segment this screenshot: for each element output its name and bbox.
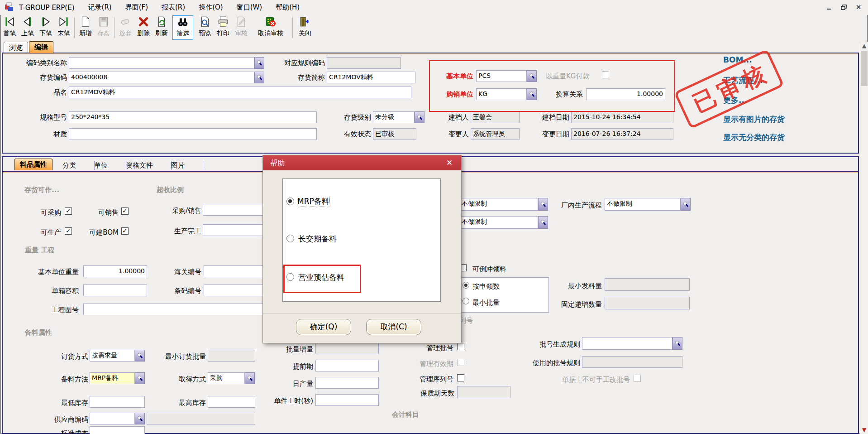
ok-button[interactable]: 确定(Q) [296, 319, 351, 335]
section-weight-engineering: 重量 工程 [25, 246, 54, 255]
std-cost-input[interactable] [90, 426, 145, 434]
toolbar-prev-button[interactable]: 上笔 [19, 16, 36, 39]
material-input[interactable] [69, 128, 317, 140]
nav-prev-icon [19, 16, 36, 29]
backflush-label: 可倒冲领料 [472, 265, 545, 274]
manage-validity-checkbox [457, 359, 464, 366]
factory-flow-input[interactable]: 不做限制 [605, 198, 681, 211]
code-category-input[interactable] [69, 57, 254, 69]
toolbar-next-button[interactable]: 下笔 [37, 16, 54, 39]
sales-forecast-prep-label[interactable]: 营业预估备料 [298, 272, 344, 283]
nav-last-icon [55, 16, 72, 29]
manage-batch-label: 管理批号 [363, 343, 453, 352]
toolbar-preview-button[interactable]: 预览 [196, 16, 214, 39]
trade-unit-label: 购销单位 [383, 90, 473, 99]
close-icon[interactable]: ✕ [853, 3, 864, 12]
nav-next-icon [37, 16, 54, 29]
toolbar-close-button[interactable]: 关闭 [295, 16, 315, 39]
batch-rule-input[interactable] [582, 337, 672, 350]
delete-x-icon [135, 16, 152, 29]
manage-serial-checkbox[interactable] [457, 374, 464, 381]
manage-batch-checkbox[interactable] [457, 343, 464, 350]
minimize-icon[interactable] [824, 3, 835, 12]
batch-increment-label: 批量增量 [223, 345, 313, 354]
conversion-label: 换算关系 [492, 90, 583, 99]
vertical-scrollbar[interactable]: ▲ ▼ [860, 42, 868, 434]
menu-item-report[interactable]: 报表(R) [162, 3, 185, 12]
spec-input[interactable]: 250*240*35 [69, 111, 317, 123]
cancel-button[interactable]: 取消(C) [366, 319, 421, 335]
scroll-down-icon[interactable]: ▼ [860, 426, 868, 434]
dialog-close-icon[interactable]: ✕ [443, 155, 456, 170]
shelf-days-input [457, 386, 510, 398]
toolbar-new-button[interactable]: 新增 [77, 16, 94, 39]
printer-icon [215, 16, 232, 29]
dialog-footer-divider [263, 313, 461, 313]
create-date-input: 2015-10-24 16:34:54 [571, 111, 673, 123]
toolbar-refresh-button[interactable]: 刷新 [153, 16, 170, 39]
toolbar-filter-button[interactable]: 筛选 [173, 16, 193, 39]
product-name-input[interactable]: CR12MOV精料 [69, 87, 411, 98]
supplier-code-label: 供应商编码 [0, 415, 88, 424]
long-cycle-prep-label[interactable]: 长交期备料 [298, 234, 337, 244]
tab-picture[interactable]: 图片 [171, 161, 203, 170]
batch-rule-lookup-button[interactable] [672, 337, 682, 350]
menu-item-operation[interactable]: 操作(O) [199, 3, 223, 12]
conversion-input[interactable]: 1.00000 [586, 88, 665, 100]
scrollbar-thumb[interactable] [861, 51, 868, 86]
factory-flow-lookup-button[interactable] [681, 198, 691, 211]
inventory-code-label: 存货编码 [0, 73, 67, 82]
menu-item-tgroup-erp[interactable]: T-GROUP ERP(E) [19, 4, 75, 12]
unit-weight-label: 基本单位重量 [0, 267, 79, 276]
box-volume-label: 单箱容积 [0, 286, 79, 295]
menu-item-help[interactable]: 帮助(H) [276, 3, 300, 12]
tab-edit[interactable]: 编辑 [29, 41, 53, 53]
toolbar-last-button[interactable]: 末笔 [55, 16, 72, 39]
sales-forecast-prep-radio[interactable] [286, 273, 294, 281]
mrp-prep-radio[interactable] [286, 198, 294, 205]
no-manual-batch-checkbox [634, 375, 641, 382]
base-unit-lookup-button[interactable] [527, 70, 537, 82]
long-cycle-prep-radio[interactable] [286, 235, 294, 242]
toolbar-first-button[interactable]: 首笔 [1, 16, 18, 39]
restriction-input-2[interactable]: 不做限制 [459, 216, 538, 229]
mrp-prep-label[interactable]: MRP备料 [297, 196, 329, 207]
restore-icon[interactable] [838, 3, 850, 12]
magnifier-icon [674, 340, 681, 347]
supplier-code-input[interactable] [90, 413, 135, 424]
lead-time-label: 提前期 [223, 362, 313, 371]
menu-item-interface[interactable]: 界面(F) [125, 3, 148, 12]
menu-item-record[interactable]: 记录(R) [88, 3, 112, 12]
magnifier-icon [540, 219, 546, 226]
fixed-increment-label: 固定递增数量 [511, 300, 602, 309]
inventory-abbr-label: 存货简称 [234, 73, 325, 82]
section-usable-as: 存货可作... [24, 186, 59, 194]
toolbar-cancel-audit-button[interactable]: 取消审核 [252, 16, 290, 39]
section-accounting: 会计科目 [392, 410, 419, 419]
min-stock-label: 最低库存 [0, 398, 88, 407]
link-show-with-images[interactable]: 显示有图片的存货 [723, 114, 785, 125]
restriction-2-lookup-button[interactable] [538, 216, 548, 229]
scroll-up-icon[interactable]: ▲ [860, 42, 868, 50]
menu-bar: T-GROUP ERP(E) 记录(R) 界面(F) 报表(R) 操作(O) 窗… [0, 0, 868, 15]
link-show-unclassified[interactable]: 显示无分类的存货 [723, 132, 785, 143]
menu-item-window[interactable]: 窗口(W) [237, 3, 262, 12]
toolbar-print-button[interactable]: 打印 [215, 16, 232, 39]
by-application-radio[interactable] [463, 282, 469, 289]
tab-accent-line [3, 53, 858, 54]
min-batch-radio[interactable] [463, 298, 469, 304]
supplier-code-lookup-button[interactable] [135, 413, 145, 424]
tab-classification[interactable]: 分类 [62, 161, 95, 170]
pay-by-kg-label: 以重量KG付款 [546, 72, 605, 81]
tab-browse[interactable]: 浏览 [4, 42, 28, 53]
toolbar-audit-button: 审核 [233, 16, 250, 39]
used-batch-rule-label: 使用的批号规则 [490, 358, 580, 367]
min-issue-label: 最小发料量 [511, 281, 602, 290]
tab-item-properties[interactable]: 料品属性 [14, 159, 52, 170]
tab-qualification[interactable]: 资格文件 [126, 161, 172, 170]
inventory-code-input[interactable]: 400400008 [69, 72, 254, 83]
base-unit-label: 基本单位 [383, 72, 473, 81]
base-unit-input[interactable]: PCS [476, 70, 527, 82]
toolbar-delete-button[interactable]: 删除 [135, 16, 152, 39]
tab-unit[interactable]: 单位 [94, 161, 126, 170]
